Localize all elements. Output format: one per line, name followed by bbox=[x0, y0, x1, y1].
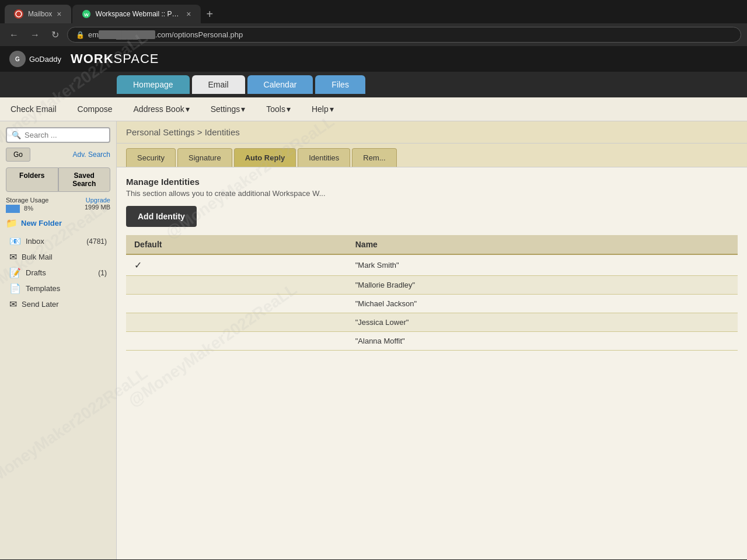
row2-name: "Mallorie Bradley" bbox=[347, 276, 738, 295]
workspace-tab-icon: W bbox=[82, 9, 91, 19]
templates-icon: 📄 bbox=[9, 283, 21, 294]
go-button[interactable]: Go bbox=[6, 148, 30, 162]
reload-button[interactable]: ↻ bbox=[48, 27, 62, 43]
bulk-mail-icon: ✉ bbox=[9, 251, 17, 262]
workspace-suffix: SPACE bbox=[114, 51, 159, 66]
inbox-icon: 📧 bbox=[9, 236, 21, 247]
lock-icon: 🔒 bbox=[76, 31, 85, 39]
main-layout: 🔍 Go Adv. Search Folders Saved Search St… bbox=[0, 121, 747, 559]
checkmark-icon: ✓ bbox=[134, 260, 142, 270]
new-folder-button[interactable]: 📁 New Folder bbox=[6, 218, 110, 229]
svg-text:W: W bbox=[84, 12, 89, 18]
search-icon: 🔍 bbox=[12, 131, 21, 139]
tab-security[interactable]: Security bbox=[126, 148, 176, 167]
folder-inbox[interactable]: 📧 Inbox (4781) bbox=[6, 233, 110, 249]
new-folder-icon: 📁 bbox=[6, 218, 18, 229]
back-button[interactable]: ← bbox=[6, 27, 22, 43]
tab-files[interactable]: Files bbox=[315, 75, 365, 94]
address-text: em████.com/optionsPersonal.php bbox=[88, 30, 243, 39]
table-row[interactable]: ✓ "Mark Smith" bbox=[126, 254, 738, 276]
identities-content: Manage Identities This section allows yo… bbox=[117, 167, 747, 360]
app-header: G GoDaddy WORKSPACE bbox=[0, 46, 747, 72]
send-later-icon: ✉ bbox=[9, 299, 17, 310]
row5-default bbox=[126, 332, 347, 351]
tab-mailbox-close[interactable]: × bbox=[57, 9, 61, 19]
table-row[interactable]: "Michael Jackson" bbox=[126, 295, 738, 313]
toolbar-address-book[interactable]: Address Book ▾ bbox=[129, 102, 194, 116]
toolbar: Check Email Compose Address Book ▾ Setti… bbox=[0, 97, 747, 121]
drafts-count: (1) bbox=[98, 269, 107, 277]
address-bar-row: ← → ↻ 🔒 em████.com/optionsPersonal.php bbox=[0, 23, 747, 46]
row1-default: ✓ bbox=[126, 254, 347, 276]
manage-identities-title: Manage Identities bbox=[126, 177, 738, 187]
drafts-label: Drafts bbox=[26, 268, 46, 277]
search-row: Go Adv. Search bbox=[6, 148, 110, 162]
table-row[interactable]: "Mallorie Bradley" bbox=[126, 276, 738, 295]
advanced-search-link[interactable]: Adv. Search bbox=[73, 150, 110, 159]
row4-default bbox=[126, 313, 347, 332]
toolbar-compose[interactable]: Compose bbox=[73, 102, 117, 116]
storage-info: Storage Usage 8% bbox=[6, 197, 48, 213]
workspace-logo: WORKSPACE bbox=[71, 51, 159, 66]
row2-default bbox=[126, 276, 347, 295]
templates-label: Templates bbox=[26, 284, 60, 293]
bulk-mail-label: Bulk Mail bbox=[22, 253, 53, 261]
toolbar-help[interactable]: Help ▾ bbox=[307, 102, 338, 116]
toolbar-tools[interactable]: Tools ▾ bbox=[261, 102, 295, 116]
folder-send-later[interactable]: ✉ Send Later bbox=[6, 296, 110, 312]
new-tab-button[interactable]: + bbox=[202, 5, 218, 23]
send-later-label: Send Later bbox=[22, 300, 59, 309]
folders-tab[interactable]: Folders bbox=[6, 167, 58, 192]
breadcrumb-sub: Identities bbox=[205, 127, 240, 137]
app-wrapper: G GoDaddy WORKSPACE Homepage Email Calen… bbox=[0, 46, 747, 559]
tab-mailbox[interactable]: Mailbox × bbox=[5, 5, 71, 23]
search-input[interactable] bbox=[25, 131, 104, 139]
breadcrumb: Personal Settings > Identities bbox=[126, 127, 738, 137]
row3-name: "Michael Jackson" bbox=[347, 295, 738, 313]
folder-drafts[interactable]: 📝 Drafts (1) bbox=[6, 265, 110, 281]
search-box[interactable]: 🔍 bbox=[6, 127, 110, 143]
mailbox-tab-icon bbox=[14, 9, 23, 19]
tab-calendar[interactable]: Calendar bbox=[247, 75, 313, 94]
storage-size: 1999 MB bbox=[85, 204, 110, 211]
add-identity-button[interactable]: Add Identity bbox=[126, 206, 197, 227]
storage-label: Storage Usage bbox=[6, 197, 48, 204]
tab-homepage[interactable]: Homepage bbox=[117, 75, 190, 94]
sidebar: 🔍 Go Adv. Search Folders Saved Search St… bbox=[0, 121, 117, 559]
tab-workspace-close[interactable]: × bbox=[186, 9, 191, 19]
identities-table: Default Name ✓ "Mark Smith" "Mallorie Br… bbox=[126, 235, 738, 351]
toolbar-check-email[interactable]: Check Email bbox=[6, 102, 61, 116]
new-folder-label: New Folder bbox=[21, 219, 62, 228]
tab-workspace-title: Workspace Webmail :: Personal S bbox=[96, 10, 182, 18]
table-row[interactable]: "Jessica Lower" bbox=[126, 313, 738, 332]
address-bar[interactable]: 🔒 em████.com/optionsPersonal.php bbox=[67, 27, 741, 43]
breadcrumb-main: Personal Settings bbox=[126, 127, 195, 137]
forward-button[interactable]: → bbox=[27, 27, 43, 43]
nav-tabs: Homepage Email Calendar Files bbox=[0, 72, 747, 97]
godaddy-label: GoDaddy bbox=[29, 55, 61, 64]
saved-search-tab[interactable]: Saved Search bbox=[58, 167, 111, 192]
tab-workspace[interactable]: W Workspace Webmail :: Personal S × bbox=[72, 5, 201, 23]
tab-remember[interactable]: Rem... bbox=[352, 148, 396, 167]
tab-email[interactable]: Email bbox=[192, 75, 245, 94]
col-default: Default bbox=[126, 235, 347, 254]
upgrade-link[interactable]: Upgrade bbox=[86, 197, 110, 204]
tab-auto-reply[interactable]: Auto Reply bbox=[234, 148, 296, 167]
workspace-prefix: WORK bbox=[71, 51, 114, 66]
settings-tabs: Security Signature Auto Reply Identities… bbox=[117, 144, 747, 167]
toolbar-settings[interactable]: Settings ▾ bbox=[206, 102, 250, 116]
svg-point-0 bbox=[16, 11, 22, 17]
storage-percent: 8% bbox=[6, 205, 48, 213]
tab-identities[interactable]: Identities bbox=[298, 148, 350, 167]
row1-name: "Mark Smith" bbox=[347, 254, 738, 276]
storage-bar bbox=[6, 205, 20, 213]
tab-signature[interactable]: Signature bbox=[177, 148, 232, 167]
storage-upgrade: Upgrade 1999 MB bbox=[85, 197, 110, 211]
folder-bulk-mail[interactable]: ✉ Bulk Mail bbox=[6, 249, 110, 265]
row5-name: "Alanna Moffit" bbox=[347, 332, 738, 351]
content-area: Personal Settings > Identities Security … bbox=[117, 121, 747, 559]
table-row[interactable]: "Alanna Moffit" bbox=[126, 332, 738, 351]
godaddy-logo: G GoDaddy bbox=[9, 51, 61, 67]
drafts-icon: 📝 bbox=[9, 267, 21, 278]
folder-templates[interactable]: 📄 Templates bbox=[6, 281, 110, 296]
